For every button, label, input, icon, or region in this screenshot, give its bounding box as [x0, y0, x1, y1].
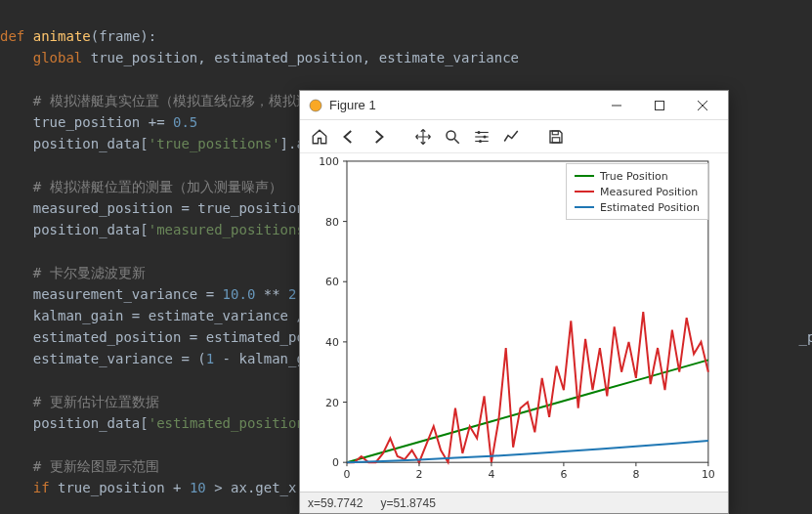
svg-text:60: 60: [325, 276, 339, 288]
configure-button[interactable]: [468, 123, 495, 150]
svg-rect-2: [656, 101, 664, 109]
close-button[interactable]: [681, 92, 724, 119]
number: 0.5: [173, 114, 197, 130]
plot-area[interactable]: 0246810020406080100 True Position Measur…: [300, 153, 728, 492]
maximize-button[interactable]: [638, 92, 681, 119]
move-icon: [414, 128, 432, 146]
keyword-global: global: [33, 50, 83, 65]
keyword-def: def: [0, 28, 24, 44]
svg-text:2: 2: [415, 468, 422, 481]
statusbar: x=59.7742 y=51.8745: [300, 492, 728, 513]
legend-item-true: True Position: [575, 168, 700, 184]
code-text: position_data[: [33, 222, 149, 237]
legend-swatch: [575, 191, 594, 193]
number: 2: [288, 286, 296, 302]
svg-point-10: [478, 131, 481, 134]
figure-window[interactable]: Figure 1: [299, 90, 729, 514]
pan-button[interactable]: [409, 123, 437, 150]
code-text: position_data[: [33, 136, 149, 151]
param: frame: [99, 28, 140, 44]
back-button[interactable]: [335, 123, 363, 150]
minimize-button[interactable]: [595, 92, 638, 119]
function-name: animate: [33, 28, 91, 44]
code-text: kalman_gain = estimate_variance /: [33, 308, 305, 323]
legend-label: Estimated Position: [600, 201, 700, 214]
code-text: true_position +: [50, 480, 190, 495]
comment: # 更新绘图显示范围: [33, 458, 159, 474]
minimize-icon: [612, 101, 621, 110]
legend-item-measured: Measured Position: [575, 184, 700, 199]
svg-text:80: 80: [325, 216, 339, 229]
close-icon: [698, 101, 707, 110]
string: 'measured_positions: [149, 222, 305, 237]
svg-text:4: 4: [488, 468, 494, 481]
legend-label: True Position: [600, 170, 668, 183]
svg-text:6: 6: [560, 468, 567, 481]
code-text: measurement_variance =: [33, 286, 223, 302]
svg-text:0: 0: [332, 456, 339, 469]
code-text: estimate_variance = (: [33, 351, 206, 366]
code-text: _position): [799, 329, 812, 345]
edit-button[interactable]: [497, 123, 525, 150]
svg-line-6: [454, 139, 459, 144]
string: 'true_positions': [149, 136, 280, 151]
code-text: > ax.get_x: [206, 480, 297, 495]
svg-text:10: 10: [702, 468, 715, 481]
svg-point-5: [447, 131, 455, 140]
legend-swatch: [575, 206, 594, 208]
maximize-icon: [655, 101, 664, 110]
code-text: estimated_position = estimated_po: [33, 329, 305, 345]
svg-point-11: [484, 135, 487, 138]
comment: # 更新估计位置数据: [33, 394, 159, 409]
code-text: **: [255, 286, 288, 302]
titlebar[interactable]: Figure 1: [300, 91, 728, 120]
legend: True Position Measured Position Estimate…: [566, 163, 708, 220]
svg-point-12: [479, 140, 482, 143]
magnify-icon: [444, 128, 461, 146]
svg-rect-14: [552, 137, 560, 142]
svg-text:0: 0: [344, 468, 351, 481]
string: 'estimated_position: [149, 415, 305, 431]
svg-point-0: [310, 100, 321, 111]
save-icon: [547, 128, 565, 146]
sliders-icon: [473, 128, 491, 146]
status-x: x=59.7742: [308, 496, 363, 510]
svg-text:40: 40: [325, 336, 339, 349]
svg-text:20: 20: [325, 397, 339, 409]
code-text: true_position, estimated_position, estim…: [82, 50, 519, 65]
window-title: Figure 1: [329, 98, 595, 112]
number: 1: [206, 351, 214, 366]
number: 10: [190, 480, 206, 495]
keyword-if: if: [33, 480, 50, 495]
svg-text:100: 100: [319, 155, 339, 168]
forward-button[interactable]: [364, 123, 392, 150]
status-y: y=51.8745: [380, 496, 435, 510]
code-text: measured_position = true_position: [33, 200, 305, 216]
zoom-button[interactable]: [439, 123, 466, 150]
svg-text:8: 8: [632, 468, 639, 481]
number: 10.0: [223, 286, 256, 302]
code-text: - kalman_g: [214, 351, 305, 366]
window-controls: [595, 92, 724, 119]
legend-item-estimated: Estimated Position: [575, 199, 700, 215]
svg-rect-13: [552, 131, 558, 135]
legend-label: Measured Position: [600, 186, 698, 198]
app-icon: [308, 98, 323, 113]
home-icon: [311, 128, 328, 146]
save-button[interactable]: [542, 123, 570, 150]
code-text: position_data[: [33, 415, 149, 431]
comment: # 卡尔曼滤波更新: [33, 265, 146, 280]
arrow-left-icon: [340, 128, 358, 146]
arrow-right-icon: [369, 128, 387, 146]
comment: # 模拟潜艇位置的测量（加入测量噪声）: [33, 179, 282, 194]
mpl-toolbar: [300, 120, 728, 153]
home-button[interactable]: [306, 123, 333, 150]
code-text: true_position +=: [33, 114, 173, 130]
line-chart-icon: [502, 128, 520, 146]
legend-swatch: [575, 175, 594, 177]
